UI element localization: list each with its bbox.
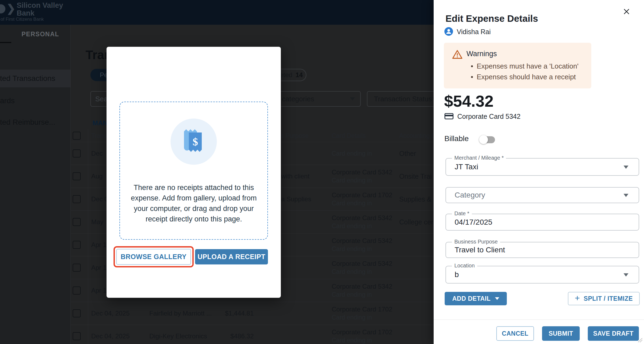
save-draft-label: SAVE DRAFT	[593, 330, 634, 337]
row-checkbox[interactable]	[73, 264, 81, 272]
cell-transaction-date: Dec 04, 2025	[91, 310, 130, 317]
cell-card-details: Corporate Card 5342 Card ending in	[332, 260, 392, 276]
sidebar: PERSONAL ted Transactions ards ted Reimb…	[0, 25, 71, 344]
cell-transaction-date: May	[91, 218, 103, 226]
chevron-down-icon	[624, 166, 628, 169]
cancel-label: CANCEL	[502, 330, 529, 337]
save-draft-button[interactable]: SAVE DRAFT	[588, 326, 639, 341]
date-field-label: Date *	[452, 210, 472, 217]
cell-accounting-code: Onsite Trai	[399, 173, 432, 180]
sidebar-item-cards[interactable]: ards	[0, 92, 70, 110]
expense-owner-name: Vidisha Rai	[457, 28, 491, 36]
warnings-box: Warnings Expenses must have a 'Location'…	[444, 43, 591, 88]
chevron-down-icon	[350, 97, 355, 101]
cell-merchant: Fairfield by Marriott ...	[149, 310, 212, 317]
card-name: Corporate Card 1702	[332, 305, 392, 313]
row-checkbox[interactable]	[73, 309, 81, 317]
close-icon[interactable]	[622, 7, 631, 16]
location-field-label: Location	[452, 263, 477, 269]
business-purpose-value: Travel to Client	[455, 246, 505, 254]
user-avatar-icon	[444, 27, 453, 37]
card-ending: Card ending in	[332, 268, 392, 276]
split-itemize-button[interactable]: + SPLIT / ITEMIZE	[568, 292, 640, 305]
cell-transaction-date: Aug	[91, 173, 103, 180]
sidebar-item-label: ted Reimburse...	[0, 118, 55, 127]
upload-receipt-button[interactable]: UPLOAD A RECEIPT	[195, 249, 268, 264]
receipt-dialog: $ There are no receipts attached to this…	[107, 47, 281, 298]
receipt-dollar-icon: $	[181, 128, 207, 156]
caret-down-icon	[495, 297, 499, 300]
card-ending: Card ending in	[332, 199, 392, 207]
svb-chevron-icon: ❯	[6, 2, 16, 15]
svg-text:$: $	[193, 136, 198, 148]
cell-amount: $486.32	[205, 332, 254, 340]
cell-accounting-code: Supplies &	[399, 195, 431, 203]
submit-label: SUBMIT	[549, 330, 573, 337]
card-name: Corporate Card 1702	[332, 191, 392, 199]
sidebar-item-label: ards	[0, 96, 15, 105]
status-dropdown-label: Transaction Status	[374, 95, 432, 103]
brand-name: Silicon Valley Bank	[17, 2, 63, 17]
warnings-title: Warnings	[466, 50, 497, 58]
transaction-status-dropdown[interactable]: Transaction Status	[367, 91, 441, 107]
sidebar-section-personal[interactable]: PERSONAL	[22, 31, 59, 38]
brand-line1: Silicon Valley	[17, 2, 63, 9]
row-checkbox[interactable]	[73, 218, 81, 226]
merchant-field-value: JT Taxi	[455, 163, 478, 171]
location-field[interactable]: Location b	[445, 266, 639, 284]
category-field[interactable]: Category	[445, 187, 639, 203]
card-ending: Card ending in	[332, 291, 392, 299]
panel-title: Edit Expense Details	[445, 13, 538, 24]
cell-accounting-code: College cer	[399, 218, 433, 226]
warning-triangle-icon	[452, 50, 463, 60]
card-ending: Card ending in	[332, 222, 392, 230]
add-detail-label: ADD DETAIL	[452, 295, 491, 302]
sidebar-item-submitted-transactions[interactable]: ted Transactions	[0, 70, 70, 87]
cell-transaction-date: Apr 1	[91, 264, 107, 271]
card-name: Corporate Card 1702	[332, 328, 392, 336]
date-field[interactable]: Date * 04/17/2025	[445, 214, 639, 231]
browse-gallery-button[interactable]: BROWSE GALLERY	[116, 249, 191, 265]
sidebar-item-label: ted Transactions	[0, 74, 55, 83]
cell-card-details: Corporate Card 1702 Card ending in	[332, 305, 392, 321]
date-field-value: 04/17/2025	[455, 218, 492, 227]
warning-item: Expenses must have a 'Location'	[477, 62, 579, 70]
business-purpose-label: Business Purpose	[452, 239, 500, 245]
categories-dropdown-label: categories	[282, 95, 314, 103]
card-name: Corporate Card 5342	[332, 282, 392, 291]
billable-label: Billable	[444, 134, 469, 143]
cell-accounting-code: Other	[399, 150, 416, 157]
cell-card-details: Card ending in	[332, 149, 372, 157]
row-checkbox[interactable]	[73, 195, 81, 203]
row-checkbox[interactable]	[73, 241, 81, 249]
card-ending: Card ending in	[332, 313, 392, 321]
svb-logo-mark	[0, 4, 5, 13]
business-purpose-field[interactable]: Business Purpose Travel to Client	[445, 242, 639, 258]
plus-icon: +	[575, 293, 580, 303]
resize-handle[interactable]	[638, 338, 642, 342]
sidebar-tab-indicator	[0, 42, 11, 43]
submit-button[interactable]: SUBMIT	[542, 326, 580, 341]
app-root: ❯ Silicon Valley Bank of First Citizens …	[0, 0, 644, 344]
add-detail-button[interactable]: ADD DETAIL	[445, 292, 507, 305]
row-checkbox[interactable]	[73, 172, 81, 180]
card-ending: Card ending in	[332, 149, 372, 157]
receipt-dialog-message: There are no receipts attached to this e…	[126, 182, 262, 224]
row-checkbox[interactable]	[73, 149, 81, 157]
merchant-field-label: Merchant / Mileage *	[452, 155, 506, 161]
billable-toggle[interactable]	[480, 136, 495, 143]
card-name: Corporate Card 5342	[332, 260, 392, 268]
col-header-card[interactable]: Card Details	[332, 132, 366, 139]
row-checkbox[interactable]	[73, 286, 81, 295]
cancel-button[interactable]: CANCEL	[496, 326, 534, 341]
row-checkbox[interactable]	[73, 332, 81, 340]
select-all-checkbox[interactable]	[73, 132, 81, 140]
upload-receipt-label: UPLOAD A RECEIPT	[198, 253, 266, 261]
location-field-value: b	[455, 270, 459, 279]
sidebar-item-submitted-reimbursements[interactable]: ted Reimburse...	[0, 113, 70, 131]
cell-business-purpose: a Supplies	[281, 195, 311, 203]
chip-completed-count: 14	[296, 71, 303, 79]
merchant-field[interactable]: Merchant / Mileage * JT Taxi	[445, 158, 639, 176]
card-label: Corporate Card 5342	[457, 113, 521, 120]
card-name: Corporate Card 5342	[332, 237, 392, 245]
